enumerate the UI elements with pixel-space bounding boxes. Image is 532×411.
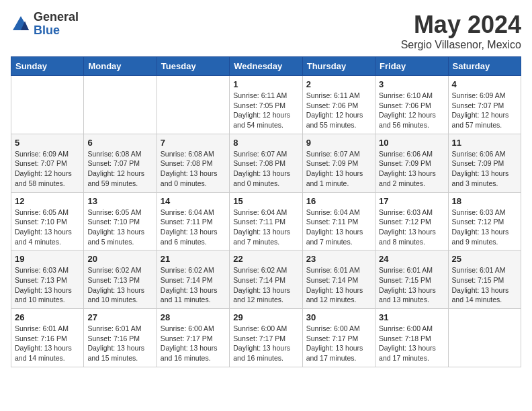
day-number-31: 31	[379, 312, 444, 322]
calendar-cell-w3-d5: 16Sunrise: 6:04 AM Sunset: 7:11 PM Dayli…	[302, 192, 375, 250]
day-number-16: 16	[306, 196, 371, 206]
day-number-11: 11	[452, 138, 517, 148]
calendar-cell-w4-d7: 25Sunrise: 6:01 AM Sunset: 7:15 PM Dayli…	[448, 250, 521, 309]
day-info-5: Sunrise: 6:09 AM Sunset: 7:07 PM Dayligh…	[15, 149, 80, 189]
day-number-28: 28	[161, 312, 226, 322]
day-number-21: 21	[161, 254, 226, 264]
col-tuesday: Tuesday	[157, 57, 229, 76]
day-number-19: 19	[15, 254, 80, 264]
col-wednesday: Wednesday	[230, 57, 302, 76]
day-number-1: 1	[233, 79, 298, 89]
day-info-28: Sunrise: 6:00 AM Sunset: 7:17 PM Dayligh…	[161, 324, 226, 363]
day-info-16: Sunrise: 6:04 AM Sunset: 7:11 PM Dayligh…	[306, 208, 371, 247]
calendar-cell-w4-d5: 23Sunrise: 6:01 AM Sunset: 7:14 PM Dayli…	[302, 250, 375, 309]
day-number-29: 29	[233, 312, 298, 322]
calendar-cell-w2-d4: 8Sunrise: 6:07 AM Sunset: 7:08 PM Daylig…	[230, 134, 302, 192]
calendar-week-1: 1Sunrise: 6:11 AM Sunset: 7:05 PM Daylig…	[11, 76, 521, 134]
calendar-cell-w1-d5: 2Sunrise: 6:11 AM Sunset: 7:06 PM Daylig…	[302, 76, 375, 134]
day-number-7: 7	[161, 138, 226, 148]
logo-blue-text: Blue	[34, 24, 79, 38]
day-info-17: Sunrise: 6:03 AM Sunset: 7:12 PM Dayligh…	[379, 208, 444, 247]
day-number-13: 13	[87, 196, 152, 206]
calendar-cell-w5-d1: 26Sunrise: 6:01 AM Sunset: 7:16 PM Dayli…	[11, 309, 84, 367]
day-number-26: 26	[15, 312, 80, 322]
day-number-23: 23	[306, 254, 371, 264]
day-info-15: Sunrise: 6:04 AM Sunset: 7:11 PM Dayligh…	[233, 208, 298, 247]
day-number-6: 6	[87, 138, 152, 148]
calendar-cell-w2-d5: 9Sunrise: 6:07 AM Sunset: 7:09 PM Daylig…	[302, 134, 375, 192]
day-info-19: Sunrise: 6:03 AM Sunset: 7:13 PM Dayligh…	[15, 265, 80, 305]
day-info-29: Sunrise: 6:00 AM Sunset: 7:17 PM Dayligh…	[233, 324, 298, 363]
day-info-27: Sunrise: 6:01 AM Sunset: 7:16 PM Dayligh…	[87, 324, 152, 363]
day-info-11: Sunrise: 6:06 AM Sunset: 7:09 PM Dayligh…	[452, 149, 517, 189]
day-info-24: Sunrise: 6:01 AM Sunset: 7:15 PM Dayligh…	[379, 265, 444, 305]
calendar-cell-w4-d3: 21Sunrise: 6:02 AM Sunset: 7:14 PM Dayli…	[157, 250, 229, 309]
calendar-week-3: 12Sunrise: 6:05 AM Sunset: 7:10 PM Dayli…	[11, 192, 521, 250]
day-info-12: Sunrise: 6:05 AM Sunset: 7:10 PM Dayligh…	[15, 208, 80, 247]
calendar-cell-w1-d3	[157, 76, 229, 134]
day-number-20: 20	[87, 254, 152, 264]
col-saturday: Saturday	[448, 57, 521, 76]
day-number-22: 22	[233, 254, 298, 264]
page: General Blue May 2024 Sergio Villasenor,…	[0, 0, 532, 378]
col-monday: Monday	[84, 57, 157, 76]
calendar-cell-w5-d3: 28Sunrise: 6:00 AM Sunset: 7:17 PM Dayli…	[157, 309, 229, 367]
calendar-cell-w4-d4: 22Sunrise: 6:02 AM Sunset: 7:14 PM Dayli…	[230, 250, 302, 309]
col-sunday: Sunday	[11, 57, 84, 76]
calendar-cell-w1-d2	[84, 76, 157, 134]
day-info-2: Sunrise: 6:11 AM Sunset: 7:06 PM Dayligh…	[306, 91, 371, 130]
day-number-24: 24	[379, 254, 444, 264]
calendar-cell-w2-d2: 6Sunrise: 6:08 AM Sunset: 7:07 PM Daylig…	[84, 134, 157, 192]
day-number-25: 25	[452, 254, 517, 264]
calendar-table: Sunday Monday Tuesday Wednesday Thursday…	[11, 56, 521, 367]
day-info-1: Sunrise: 6:11 AM Sunset: 7:05 PM Dayligh…	[233, 91, 298, 130]
calendar-cell-w1-d7: 4Sunrise: 6:09 AM Sunset: 7:07 PM Daylig…	[448, 76, 521, 134]
day-number-5: 5	[15, 138, 80, 148]
logo-icon	[11, 14, 31, 34]
calendar-cell-w3-d1: 12Sunrise: 6:05 AM Sunset: 7:10 PM Dayli…	[11, 192, 84, 250]
calendar-week-4: 19Sunrise: 6:03 AM Sunset: 7:13 PM Dayli…	[11, 250, 521, 309]
day-info-3: Sunrise: 6:10 AM Sunset: 7:06 PM Dayligh…	[379, 91, 444, 130]
day-info-18: Sunrise: 6:03 AM Sunset: 7:12 PM Dayligh…	[452, 208, 517, 247]
logo-general-text: General	[34, 11, 79, 24]
calendar-week-2: 5Sunrise: 6:09 AM Sunset: 7:07 PM Daylig…	[11, 134, 521, 192]
calendar-cell-w1-d6: 3Sunrise: 6:10 AM Sunset: 7:06 PM Daylig…	[375, 76, 448, 134]
calendar-cell-w3-d7: 18Sunrise: 6:03 AM Sunset: 7:12 PM Dayli…	[448, 192, 521, 250]
day-number-9: 9	[306, 138, 371, 148]
logo: General Blue	[11, 11, 79, 38]
calendar-cell-w3-d4: 15Sunrise: 6:04 AM Sunset: 7:11 PM Dayli…	[230, 192, 302, 250]
day-info-31: Sunrise: 6:00 AM Sunset: 7:18 PM Dayligh…	[379, 324, 444, 363]
calendar-cell-w3-d6: 17Sunrise: 6:03 AM Sunset: 7:12 PM Dayli…	[375, 192, 448, 250]
col-thursday: Thursday	[302, 57, 375, 76]
header: General Blue May 2024 Sergio Villasenor,…	[11, 11, 521, 51]
day-info-21: Sunrise: 6:02 AM Sunset: 7:14 PM Dayligh…	[161, 265, 226, 305]
calendar-cell-w4-d1: 19Sunrise: 6:03 AM Sunset: 7:13 PM Dayli…	[11, 250, 84, 309]
day-info-14: Sunrise: 6:04 AM Sunset: 7:11 PM Dayligh…	[161, 208, 226, 247]
day-info-13: Sunrise: 6:05 AM Sunset: 7:10 PM Dayligh…	[87, 208, 152, 247]
day-info-9: Sunrise: 6:07 AM Sunset: 7:09 PM Dayligh…	[306, 149, 371, 189]
day-info-20: Sunrise: 6:02 AM Sunset: 7:13 PM Dayligh…	[87, 265, 152, 305]
calendar-cell-w1-d4: 1Sunrise: 6:11 AM Sunset: 7:05 PM Daylig…	[230, 76, 302, 134]
day-number-18: 18	[452, 196, 517, 206]
calendar-cell-w2-d6: 10Sunrise: 6:06 AM Sunset: 7:09 PM Dayli…	[375, 134, 448, 192]
day-info-6: Sunrise: 6:08 AM Sunset: 7:07 PM Dayligh…	[87, 149, 152, 189]
calendar-header-row: Sunday Monday Tuesday Wednesday Thursday…	[11, 57, 521, 76]
calendar-cell-w4-d2: 20Sunrise: 6:02 AM Sunset: 7:13 PM Dayli…	[84, 250, 157, 309]
calendar-cell-w1-d1	[11, 76, 84, 134]
day-number-2: 2	[306, 79, 371, 89]
day-number-4: 4	[452, 79, 517, 89]
day-number-15: 15	[233, 196, 298, 206]
calendar-cell-w5-d6: 31Sunrise: 6:00 AM Sunset: 7:18 PM Dayli…	[375, 309, 448, 367]
day-info-10: Sunrise: 6:06 AM Sunset: 7:09 PM Dayligh…	[379, 149, 444, 189]
day-info-4: Sunrise: 6:09 AM Sunset: 7:07 PM Dayligh…	[452, 91, 517, 130]
calendar-cell-w3-d2: 13Sunrise: 6:05 AM Sunset: 7:10 PM Dayli…	[84, 192, 157, 250]
day-info-25: Sunrise: 6:01 AM Sunset: 7:15 PM Dayligh…	[452, 265, 517, 305]
day-number-12: 12	[15, 196, 80, 206]
day-number-14: 14	[161, 196, 226, 206]
calendar-week-5: 26Sunrise: 6:01 AM Sunset: 7:16 PM Dayli…	[11, 309, 521, 367]
day-info-7: Sunrise: 6:08 AM Sunset: 7:08 PM Dayligh…	[161, 149, 226, 189]
calendar-cell-w2-d1: 5Sunrise: 6:09 AM Sunset: 7:07 PM Daylig…	[11, 134, 84, 192]
day-info-30: Sunrise: 6:00 AM Sunset: 7:17 PM Dayligh…	[306, 324, 371, 363]
day-info-23: Sunrise: 6:01 AM Sunset: 7:14 PM Dayligh…	[306, 265, 371, 305]
logo-text: General Blue	[34, 11, 79, 38]
